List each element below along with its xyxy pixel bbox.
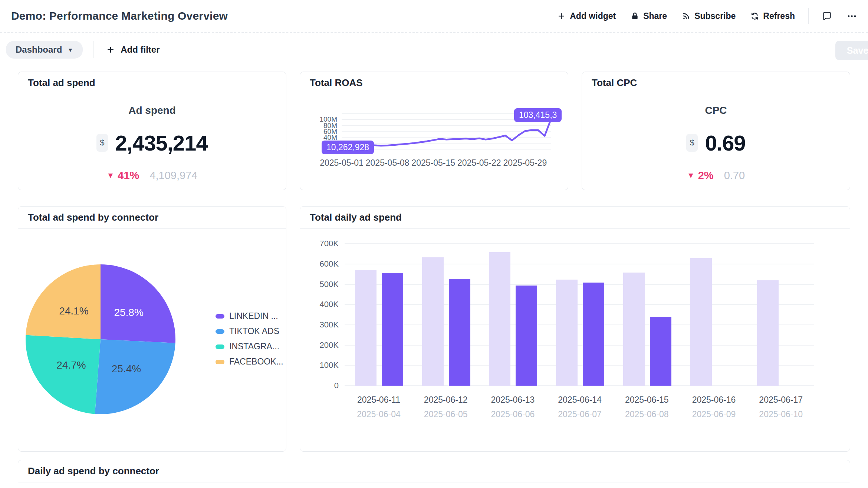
toolbar-divider bbox=[93, 41, 93, 58]
topbar-actions: Add widget Share Subscribe Refresh bbox=[557, 8, 857, 24]
y-axis-label: 300K bbox=[300, 320, 339, 330]
pie-legend: LINKEDIN ...TIKTOK ADSINSTAGRA...FACEBOO… bbox=[216, 311, 283, 367]
refresh-button[interactable]: Refresh bbox=[750, 11, 795, 21]
bottom-row: Daily ad spend by connector bbox=[18, 460, 850, 488]
x-label-previous: 2025-06-05 bbox=[412, 409, 480, 419]
legend-item[interactable]: TIKTOK ADS bbox=[216, 326, 283, 336]
pie-slice-label: 25.4% bbox=[112, 363, 141, 375]
daily-bar-chart: 700K600K500K400K300K200K100K02025-06-112… bbox=[300, 229, 850, 452]
pie-slice-facebook[interactable] bbox=[26, 264, 101, 339]
pie-chart: 25.8%25.4%24.7%24.1% LINKEDIN ...TIKTOK … bbox=[18, 229, 286, 452]
metric-value: 0.69 bbox=[705, 131, 746, 155]
legend-label: INSTAGRA... bbox=[229, 342, 279, 352]
y-axis-label: 200K bbox=[300, 340, 339, 350]
legend-item[interactable]: LINKEDIN ... bbox=[216, 311, 283, 321]
legend-item[interactable]: FACEBOOK... bbox=[216, 357, 283, 367]
bar-previous-period[interactable] bbox=[489, 252, 510, 386]
legend-swatch bbox=[216, 344, 224, 349]
x-label-current: 2025-06-14 bbox=[546, 395, 614, 405]
legend-swatch bbox=[216, 329, 224, 334]
comments-button[interactable] bbox=[822, 11, 832, 21]
y-axis-label: 600K bbox=[300, 259, 339, 269]
bar-previous-period[interactable] bbox=[422, 257, 444, 386]
bar-previous-period[interactable] bbox=[556, 280, 578, 386]
metric-value-row: $ 0.69 bbox=[686, 131, 745, 155]
x-label-previous: 2025-06-04 bbox=[345, 409, 413, 419]
x-label-previous: 2025-06-06 bbox=[479, 409, 547, 419]
cpc-kpi: CPC $ 0.69 ▼2% 0.70 bbox=[582, 94, 850, 190]
refresh-label: Refresh bbox=[763, 11, 795, 21]
gridline bbox=[345, 365, 814, 366]
card-total-ad-spend: Total ad spend Ad spend $ 2,435,214 ▼41%… bbox=[18, 72, 286, 190]
legend-swatch bbox=[216, 360, 224, 364]
legend-swatch bbox=[216, 314, 224, 319]
bar-current-period[interactable] bbox=[449, 279, 470, 386]
x-label-current: 2025-06-13 bbox=[479, 395, 547, 405]
bar-current-period[interactable] bbox=[516, 286, 537, 386]
x-label-current: 2025-06-11 bbox=[345, 395, 413, 405]
card-ad-spend-by-connector: Total ad spend by connector 25.8%25.4%24… bbox=[18, 206, 286, 452]
delta-pct: 2% bbox=[698, 169, 714, 182]
card-total-daily-ad-spend: Total daily ad spend 700K600K500K400K300… bbox=[300, 206, 850, 452]
x-label-previous: 2025-06-10 bbox=[747, 409, 815, 419]
more-menu-button[interactable] bbox=[847, 11, 857, 21]
save-button[interactable]: Save bbox=[835, 41, 868, 60]
delta-pct: 41% bbox=[118, 169, 139, 182]
topbar: Demo: Performance Marketing Overview Add… bbox=[0, 0, 868, 33]
bar-previous-period[interactable] bbox=[757, 280, 779, 386]
kpi-row: Total ad spend Ad spend $ 2,435,214 ▼41%… bbox=[18, 72, 850, 190]
share-button[interactable]: Share bbox=[631, 11, 667, 21]
gridline bbox=[345, 284, 814, 285]
metric-label: CPC bbox=[705, 105, 727, 116]
add-widget-button[interactable]: Add widget bbox=[557, 11, 616, 21]
previous-value: 0.70 bbox=[724, 169, 745, 182]
bar-current-period[interactable] bbox=[583, 283, 604, 386]
pie-slice-instagra[interactable] bbox=[26, 335, 101, 414]
delta-value: ▼41% bbox=[107, 169, 139, 182]
topbar-divider bbox=[808, 8, 809, 24]
x-label-current: 2025-06-17 bbox=[747, 395, 815, 405]
card-total-roas: Total ROAS 100M80M60M40M20M2025-05-01202… bbox=[300, 72, 568, 190]
pie-slice-label: 25.8% bbox=[114, 307, 143, 318]
y-axis-label: 400K bbox=[300, 300, 339, 309]
pie-slice-tiktok-ads[interactable] bbox=[95, 339, 175, 414]
bar-previous-period[interactable] bbox=[690, 258, 712, 386]
gridline bbox=[345, 264, 814, 264]
card-title: Total ad spend bbox=[18, 72, 286, 94]
gridline bbox=[345, 345, 814, 346]
legend-label: TIKTOK ADS bbox=[229, 326, 279, 336]
legend-item[interactable]: INSTAGRA... bbox=[216, 342, 283, 352]
subscribe-button[interactable]: Subscribe bbox=[682, 11, 736, 21]
bar-current-period[interactable] bbox=[382, 273, 403, 386]
y-axis-label: 0 bbox=[300, 381, 339, 390]
charts-row: Total ad spend by connector 25.8%25.4%24… bbox=[18, 206, 850, 452]
dashboard-dropdown[interactable]: Dashboard ▼ bbox=[6, 41, 83, 59]
metric-delta-row: ▼41% 4,109,974 bbox=[107, 169, 198, 182]
add-widget-label: Add widget bbox=[570, 11, 616, 21]
y-axis-label: 700K bbox=[300, 239, 339, 248]
x-label-previous: 2025-06-09 bbox=[680, 409, 748, 419]
bar-previous-period[interactable] bbox=[355, 270, 377, 386]
card-title: Total ad spend by connector bbox=[18, 207, 286, 229]
gridline bbox=[345, 243, 814, 244]
add-filter-button[interactable]: Add filter bbox=[104, 44, 162, 55]
bar-previous-period[interactable] bbox=[623, 273, 645, 386]
x-axis-label: 2025-05-29 bbox=[490, 158, 560, 168]
card-title: Total CPC bbox=[582, 72, 850, 94]
point-badge-start[interactable]: 10,262,928 bbox=[322, 141, 374, 154]
subscribe-label: Subscribe bbox=[694, 11, 736, 21]
page-title: Demo: Performance Marketing Overview bbox=[11, 10, 228, 22]
plus-icon bbox=[106, 45, 115, 54]
comment-icon bbox=[822, 11, 832, 21]
point-badge-end[interactable]: 103,415,3 bbox=[514, 108, 562, 122]
lock-icon bbox=[631, 12, 639, 20]
pie-slice-label: 24.7% bbox=[56, 359, 86, 371]
pie-svg: 25.8%25.4%24.7%24.1% bbox=[22, 261, 179, 418]
add-filter-label: Add filter bbox=[121, 44, 160, 55]
rss-icon bbox=[682, 12, 690, 20]
share-label: Share bbox=[643, 11, 667, 21]
x-label-current: 2025-06-15 bbox=[613, 395, 681, 405]
bar-current-period[interactable] bbox=[650, 317, 671, 386]
pie-slice-linkedin[interactable] bbox=[101, 264, 175, 343]
x-label-previous: 2025-06-08 bbox=[613, 409, 681, 419]
